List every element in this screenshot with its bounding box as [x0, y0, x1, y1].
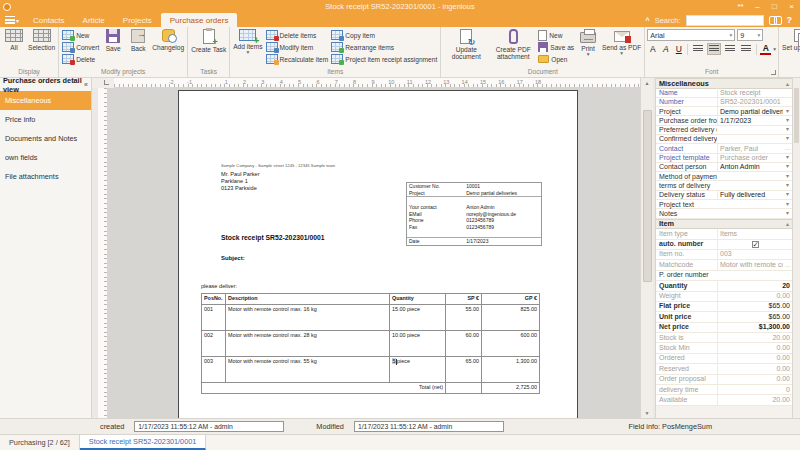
dropdown-icon[interactable]: ▾	[783, 134, 792, 143]
save-button[interactable]: Save	[101, 28, 125, 52]
document-new-button[interactable]: New	[537, 29, 575, 41]
tab-articles[interactable]: Article	[74, 13, 114, 27]
new-button[interactable]: New	[61, 29, 100, 41]
search-binoculars-icon[interactable]	[769, 16, 782, 24]
set-up-page-button[interactable]: Set up page	[781, 28, 800, 51]
sidebar-item-price-info[interactable]: Price info	[0, 110, 91, 129]
send-as-pdf-button[interactable]: Send as PDF ▾	[601, 28, 642, 56]
auto-number-checkbox[interactable]	[752, 241, 759, 248]
dropdown-icon[interactable]: ▾	[783, 209, 792, 218]
dropdown-icon[interactable]: ▾	[783, 162, 792, 171]
scroll-up-icon[interactable]: ▲	[641, 78, 653, 88]
project-item-receipt-assignment-button[interactable]: Project item receipt assignment	[330, 53, 438, 65]
minimize-button[interactable]: –	[749, 0, 766, 13]
help-icon[interactable]: ?	[787, 15, 793, 25]
tab-stock-receipt[interactable]: Stock receipt SR52-202301/0001	[80, 435, 207, 450]
gp-cell[interactable]: 600.00	[482, 331, 540, 357]
convert-button[interactable]: Convert	[61, 41, 100, 53]
underline-button[interactable]: U	[673, 43, 684, 55]
sp-cell[interactable]: 65.00	[446, 357, 482, 383]
changelog-button[interactable]: Changelog	[151, 28, 185, 51]
add-items-button[interactable]: Add items ▾	[232, 28, 263, 55]
scrollbar-thumb[interactable]	[794, 88, 799, 143]
sidebar-item-miscellaneous[interactable]: Miscellaneous	[0, 91, 91, 110]
open-button[interactable]: Open	[537, 53, 575, 65]
selection-button[interactable]: Selection	[27, 28, 56, 51]
scroll-down-icon[interactable]: ▼	[641, 408, 653, 418]
chevron-down-icon[interactable]: ▾	[773, 47, 776, 52]
font-color-button[interactable]: A	[760, 44, 771, 55]
gp-cell[interactable]: 825.00	[482, 305, 540, 331]
font-family-combo[interactable]: Arial ▾	[647, 29, 735, 41]
italic-button[interactable]: A	[660, 43, 671, 55]
ellipsis-icon[interactable]: …	[783, 144, 792, 153]
collapse-ribbon-icon[interactable]: ^	[646, 17, 650, 24]
create-task-button[interactable]: Create Task	[190, 28, 227, 53]
sidebar-item-file-attachments[interactable]: File attachments	[0, 167, 91, 186]
posno-cell[interactable]: 003	[202, 357, 226, 383]
dropdown-icon[interactable]: ▾	[783, 200, 792, 209]
ellipsis-icon[interactable]: …	[783, 260, 792, 270]
scrollbar-thumb[interactable]	[643, 110, 652, 282]
collapse-section-icon[interactable]: ▴	[786, 220, 789, 227]
all-button[interactable]: All	[2, 28, 26, 51]
tab-purchase-orders[interactable]: Purchase orders	[161, 13, 238, 27]
file-menu-button[interactable]: ▾	[0, 13, 24, 27]
tab-projects[interactable]: Projects	[114, 13, 161, 27]
description-cell[interactable]: Motor with remote control max. 28 kg	[226, 331, 390, 357]
quantity-cell[interactable]: 15.00 piece	[390, 305, 446, 331]
section-header-miscellaneous[interactable]: Miscellaneous ▴	[656, 78, 792, 89]
bold-button[interactable]: A	[647, 43, 658, 55]
print-button[interactable]: Print ▾	[576, 28, 600, 57]
modify-item-button[interactable]: Modify item	[265, 41, 330, 53]
dialog-launcher-icon[interactable]	[771, 70, 776, 75]
new-document-icon	[538, 30, 547, 41]
align-justify-button[interactable]	[739, 43, 753, 55]
sender-line: Sample Company - Sample street 1245 - 12…	[221, 163, 335, 168]
dropdown-icon[interactable]: ▾	[783, 153, 792, 162]
pin-icon[interactable]: **	[732, 0, 749, 13]
sidebar-item-documents-and-notes[interactable]: Documents and Notes	[0, 129, 91, 148]
back-button[interactable]: Back	[126, 28, 150, 52]
align-left-button[interactable]	[691, 43, 705, 55]
align-right-button[interactable]	[723, 43, 737, 55]
copy-item-button[interactable]: Copy item	[330, 29, 438, 41]
description-cell[interactable]: Motor with remote control max. 16 kg	[226, 305, 390, 331]
create-pdf-attachment-button[interactable]: Create PDF attachment	[490, 28, 536, 60]
recalculate-item-button[interactable]: Recalculate item	[265, 53, 330, 65]
sp-cell[interactable]: 60.00	[446, 331, 482, 357]
tab-purchasing[interactable]: Purchasing [2 / 62]	[0, 435, 80, 450]
delete-items-button[interactable]: Delete items	[265, 29, 330, 41]
collapse-section-icon[interactable]: ▴	[786, 80, 789, 87]
posno-cell[interactable]: 002	[202, 331, 226, 357]
description-cell[interactable]: Motor with remote control max. 55 kg	[226, 357, 390, 383]
update-document-button[interactable]: Update document	[443, 28, 489, 60]
dropdown-icon[interactable]: ▾	[783, 181, 792, 190]
dropdown-icon[interactable]: ▾	[783, 190, 792, 199]
save-as-button[interactable]: Save as	[537, 41, 575, 53]
gp-cell[interactable]: 1,300.00	[482, 357, 540, 383]
align-center-button[interactable]	[707, 43, 721, 55]
dropdown-icon[interactable]: ▾	[783, 116, 792, 125]
main-area: Purchase orders detail view « Miscellane…	[0, 78, 800, 418]
quantity-cell-editing[interactable]: 5piece	[390, 357, 446, 383]
quantity-cell[interactable]: 10.00 piece	[390, 331, 446, 357]
search-input[interactable]	[686, 15, 764, 26]
posno-cell[interactable]: 001	[202, 305, 226, 331]
dropdown-icon[interactable]: ▾	[783, 107, 792, 116]
panel-scrollbar[interactable]	[792, 78, 800, 418]
close-button[interactable]: ×	[783, 0, 800, 13]
tab-contacts[interactable]: Contacts	[24, 13, 74, 27]
delete-button[interactable]: Delete	[61, 53, 100, 65]
rearrange-items-button[interactable]: Rearrange items	[330, 41, 438, 53]
font-size-combo[interactable]: 9 ▾	[737, 29, 763, 41]
maximize-button[interactable]: □	[766, 0, 783, 13]
dropdown-icon[interactable]: ▾	[783, 125, 792, 134]
sidebar-item-own-fields[interactable]: own fields	[0, 148, 91, 167]
document-vertical-scrollbar[interactable]: ▲ ▼	[640, 78, 653, 418]
chevron-down-icon: ▾	[758, 32, 761, 38]
collapse-sidebar-icon[interactable]: «	[84, 81, 88, 88]
sp-cell[interactable]: 55.00	[446, 305, 482, 331]
dropdown-icon[interactable]: ▾	[783, 172, 792, 181]
section-header-item[interactable]: Item ▴	[656, 219, 792, 230]
